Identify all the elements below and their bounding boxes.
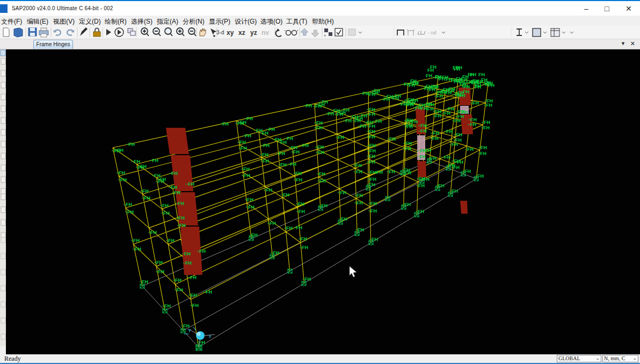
svg-text:FH: FH (244, 173, 250, 178)
svg-text:FH: FH (301, 236, 307, 242)
svg-text:FH: FH (419, 154, 426, 159)
svg-text:FH: FH (262, 152, 268, 157)
svg-text:FH: FH (369, 112, 375, 117)
svg-text:FH: FH (370, 177, 376, 182)
svg-text:FH: FH (174, 190, 180, 195)
svg-text:FH: FH (191, 293, 197, 298)
svg-text:FH: FH (470, 117, 477, 122)
svg-text:FH: FH (290, 162, 296, 167)
svg-text:FH: FH (270, 221, 276, 226)
svg-text:FH: FH (134, 159, 140, 164)
svg-text:FH: FH (163, 210, 170, 216)
svg-text:FH: FH (419, 103, 425, 108)
svg-text:xz: xz (238, 29, 245, 37)
svg-text:k: k (324, 34, 326, 37)
svg-text:FH: FH (357, 200, 363, 206)
svg-text:FH: FH (362, 91, 369, 96)
svg-text:FH: FH (405, 146, 411, 151)
svg-text:FH: FH (356, 169, 362, 174)
svg-text:FH: FH (243, 166, 250, 172)
svg-text:FH: FH (286, 225, 293, 231)
svg-text:FH: FH (241, 145, 247, 151)
svg-text:nv: nv (261, 29, 269, 37)
svg-text:FH: FH (222, 121, 229, 127)
svg-text:FH: FH (140, 164, 147, 169)
svg-text:FH: FH (206, 289, 212, 295)
svg-text:FH: FH (319, 171, 325, 177)
svg-text:Y: Y (188, 328, 191, 333)
svg-text:FH: FH (411, 119, 418, 125)
svg-text:FH: FH (316, 120, 323, 126)
svg-text:FH: FH (319, 178, 326, 184)
svg-text:FH: FH (135, 246, 141, 252)
svg-text:FH: FH (280, 162, 287, 168)
svg-text:FH: FH (376, 170, 383, 175)
svg-text:FH: FH (142, 188, 149, 194)
svg-text:FH: FH (432, 136, 439, 141)
svg-text:FH: FH (462, 74, 469, 79)
svg-text:FH: FH (190, 275, 197, 280)
svg-text:FH: FH (317, 144, 324, 150)
svg-text:FH: FH (247, 197, 253, 202)
svg-text:FH: FH (338, 135, 344, 140)
svg-text:FH: FH (430, 156, 437, 161)
svg-text:FH: FH (287, 136, 293, 141)
svg-text:FH: FH (178, 215, 185, 221)
svg-text:FH: FH (355, 163, 362, 168)
svg-text:FH: FH (389, 136, 396, 142)
svg-text:FH: FH (367, 120, 373, 125)
svg-text:FH: FH (486, 98, 493, 104)
svg-text:FH: FH (484, 120, 490, 125)
svg-text:FH: FH (426, 84, 432, 89)
svg-text:x: x (209, 333, 212, 339)
svg-text:FH: FH (296, 225, 302, 230)
svg-text:FH: FH (263, 158, 269, 164)
svg-text:FH: FH (162, 203, 169, 208)
svg-text:FH: FH (339, 110, 346, 115)
svg-text:FH: FH (457, 159, 463, 165)
svg-text:FH: FH (333, 108, 340, 113)
svg-text:FH: FH (483, 125, 490, 130)
svg-text:FH: FH (375, 119, 382, 124)
svg-text:FH: FH (152, 158, 158, 163)
svg-text:FH: FH (369, 129, 375, 134)
svg-text:FH: FH (248, 205, 254, 210)
svg-text:FH: FH (295, 171, 302, 176)
svg-text:FH: FH (158, 269, 164, 274)
svg-text:FH: FH (454, 118, 461, 123)
svg-text:FH: FH (133, 238, 140, 243)
svg-text:FH: FH (443, 87, 449, 92)
svg-text:FH: FH (184, 251, 191, 257)
svg-text:FH: FH (484, 80, 491, 85)
svg-text:FH: FH (275, 137, 281, 142)
svg-text:FH: FH (171, 185, 177, 190)
svg-text:FH: FH (127, 209, 134, 215)
svg-text:FH: FH (168, 238, 174, 243)
svg-text:FH: FH (119, 170, 125, 176)
svg-text:FH: FH (299, 209, 305, 214)
svg-text:FH: FH (392, 96, 399, 101)
svg-text:FH: FH (120, 177, 127, 183)
svg-text:FH: FH (144, 195, 150, 201)
svg-text:FH: FH (425, 148, 431, 153)
svg-text:FH: FH (451, 78, 457, 83)
svg-text:FH: FH (426, 101, 432, 107)
svg-text:FH: FH (456, 132, 462, 137)
svg-text:FH: FH (478, 72, 485, 77)
svg-text:FH: FH (433, 130, 439, 136)
svg-text:FH: FH (164, 303, 171, 309)
svg-text:FH: FH (472, 100, 479, 106)
svg-text:FH: FH (457, 90, 464, 96)
svg-text:FH: FH (481, 145, 487, 150)
svg-text:FH: FH (410, 78, 417, 84)
svg-text:FH: FH (318, 150, 324, 155)
svg-text:FH: FH (128, 142, 135, 147)
svg-text:FH: FH (369, 107, 375, 112)
svg-text:FH: FH (240, 120, 246, 125)
svg-text:FH: FH (404, 99, 411, 104)
svg-text:FH: FH (126, 202, 132, 207)
svg-text:FH: FH (154, 173, 161, 178)
svg-text:yz: yz (250, 29, 257, 37)
svg-text:FH: FH (188, 181, 194, 187)
svg-text:FH: FH (438, 183, 445, 188)
